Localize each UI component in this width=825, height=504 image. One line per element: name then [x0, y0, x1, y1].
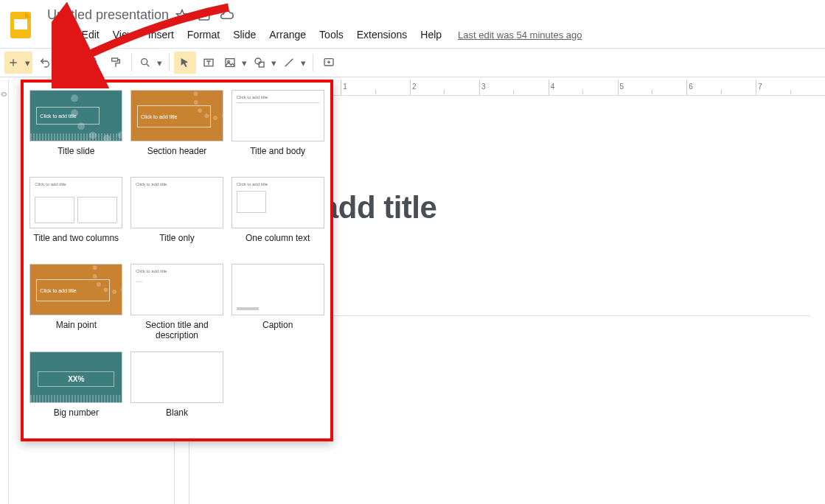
paint-format-button[interactable]	[105, 52, 127, 74]
print-button[interactable]	[81, 52, 103, 74]
layout-blank[interactable]: Blank	[130, 351, 224, 428]
layout-section-title-description[interactable]: Click to add title —— Section title and …	[130, 264, 224, 341]
thumb-label: Click to add title	[36, 107, 100, 125]
menu-extensions[interactable]: Extensions	[351, 26, 413, 43]
zoom-dropdown[interactable]: ▾	[154, 52, 164, 74]
thumb-label: Click to add title	[237, 182, 268, 186]
plus-icon[interactable]	[4, 52, 22, 74]
app-logo[interactable]	[6, 10, 35, 40]
insert-line-tool[interactable]: ▾	[280, 52, 308, 74]
move-to-folder-icon[interactable]	[197, 8, 212, 23]
cloud-status-icon[interactable]	[219, 8, 234, 23]
layout-label: Caption	[262, 320, 293, 340]
layout-label: Title slide	[58, 146, 94, 167]
thumb-label: Click to add title	[136, 182, 167, 186]
layout-title-and-body[interactable]: Click to add title Title and body	[231, 90, 324, 167]
menu-edit[interactable]: Edit	[76, 26, 105, 43]
svg-point-8	[142, 59, 147, 65]
insert-image-tool[interactable]: ▾	[221, 52, 249, 74]
separator	[169, 54, 170, 71]
layout-label: Title and body	[250, 146, 305, 167]
layout-section-header[interactable]: Click to add title Section header	[130, 90, 224, 167]
menubar: File Edit View Insert Format Slide Arran…	[41, 24, 819, 48]
zoom-icon[interactable]	[136, 52, 154, 74]
new-slide-button[interactable]: ▾	[4, 52, 32, 74]
svg-marker-3	[177, 10, 188, 21]
layout-label: Section header	[147, 146, 207, 167]
separator	[131, 54, 132, 71]
image-dropdown[interactable]: ▾	[239, 52, 249, 74]
menu-insert[interactable]: Insert	[142, 26, 180, 43]
redo-button[interactable]	[58, 52, 80, 74]
menu-format[interactable]: Format	[181, 26, 226, 43]
thumb-label: Click to add title	[36, 279, 110, 301]
left-rail	[0, 80, 9, 504]
layout-label: Big number	[54, 407, 99, 428]
menu-help[interactable]: Help	[414, 26, 448, 43]
ruler-tick: 6	[689, 83, 693, 91]
menu-tools[interactable]: Tools	[313, 26, 349, 43]
ruler-tick: 5	[620, 83, 624, 91]
ruler-tick: 7	[758, 83, 762, 91]
layout-title-only[interactable]: Click to add title Title only	[130, 177, 224, 253]
layout-title-two-columns[interactable]: Click to add title Title and two columns	[29, 177, 123, 253]
eye-icon	[0, 88, 8, 100]
menu-view[interactable]: View	[107, 26, 141, 43]
line-dropdown[interactable]: ▾	[298, 52, 308, 74]
ruler-tick: 2	[412, 83, 417, 91]
layout-title-slide[interactable]: Click to add title Title slide	[29, 90, 123, 167]
menu-arrange[interactable]: Arrange	[263, 26, 312, 43]
layout-picker-popup: Click to add title Title slide Click to …	[21, 80, 333, 441]
line-icon[interactable]	[280, 52, 298, 74]
svg-rect-13	[259, 62, 264, 67]
thumb-label: Click to add title	[237, 95, 268, 99]
svg-rect-7	[112, 58, 118, 61]
image-icon[interactable]	[221, 52, 239, 74]
shape-icon[interactable]	[251, 52, 268, 74]
thumb-label: Click to add title	[136, 269, 167, 273]
star-icon[interactable]	[175, 8, 189, 23]
layout-label: Section title and description	[130, 320, 224, 341]
ruler-tick: 3	[481, 83, 486, 91]
layout-big-number[interactable]: XX% Big number	[29, 351, 123, 428]
layout-one-column-text[interactable]: Click to add title One column text	[231, 177, 324, 253]
select-tool[interactable]	[174, 52, 196, 74]
separator	[313, 54, 313, 71]
document-title[interactable]: Untitled presentation	[47, 7, 169, 23]
svg-rect-1	[14, 19, 27, 29]
layout-caption[interactable]: Caption	[231, 264, 324, 341]
thumb-label: Click to add title	[35, 182, 66, 186]
menu-slide[interactable]: Slide	[227, 26, 262, 43]
header: Untitled presentation File Edit View Ins…	[0, 0, 825, 48]
layout-main-point[interactable]: Click to add title Main point	[29, 264, 123, 341]
ruler-tick: 4	[551, 83, 555, 91]
thumb-label: Click to add title	[137, 105, 211, 127]
layout-label: One column text	[246, 233, 310, 253]
layout-label: Blank	[166, 407, 188, 428]
textbox-tool[interactable]	[198, 52, 220, 74]
new-slide-dropdown[interactable]: ▾	[22, 52, 32, 74]
layout-label: Title and two columns	[34, 233, 119, 253]
layout-label: Main point	[56, 320, 97, 340]
thumb-label: XX%	[38, 371, 114, 387]
ruler-tick: 1	[343, 83, 347, 91]
shape-dropdown[interactable]: ▾	[268, 52, 279, 74]
svg-rect-10	[226, 59, 234, 67]
undo-button[interactable]	[34, 52, 56, 74]
zoom-button[interactable]: ▾	[136, 52, 164, 74]
toolbar: ▾ ▾ ▾ ▾ ▾	[0, 48, 825, 77]
last-edit-link[interactable]: Last edit was 54 minutes ago	[458, 29, 582, 41]
insert-shape-tool[interactable]: ▾	[251, 52, 279, 74]
layout-label: Title only	[159, 233, 195, 253]
menu-file[interactable]: File	[46, 26, 74, 43]
add-comment-button[interactable]	[318, 52, 340, 74]
svg-point-12	[255, 58, 261, 64]
